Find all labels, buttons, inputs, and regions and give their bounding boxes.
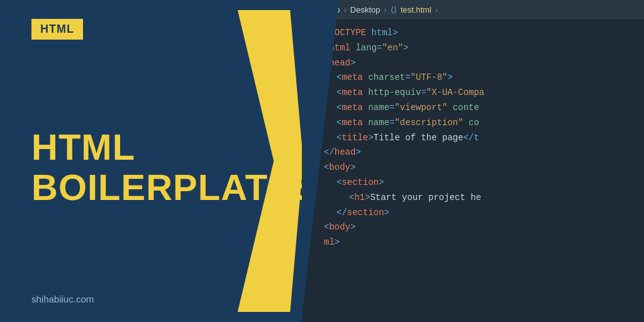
code-line-11: 11 <section> (302, 175, 644, 191)
line-num: 13 (302, 206, 324, 220)
line-content: <html lang="en"> (324, 41, 408, 56)
line-content: <body> (324, 220, 355, 235)
breadcrumb-filename: test.html (401, 5, 431, 14)
line-content: <meta name="viewport" conte (324, 101, 479, 116)
code-line-13: 13 </section> (302, 206, 644, 221)
code-line-6: 6 <meta name="viewport" conte (302, 101, 644, 116)
website-url: shihabiiuc.com (31, 294, 94, 304)
code-line-15: ml> (302, 235, 644, 250)
line-num: 6 (302, 101, 324, 115)
breadcrumb-sep2: › (384, 5, 387, 14)
line-content: <h1>Start your project he (324, 191, 481, 206)
line-content: <body> (324, 160, 355, 175)
code-line-7: 7 <meta name="description" co (302, 116, 644, 131)
code-line-4: 4 <meta charset="UTF-8"> (302, 70, 644, 86)
breadcrumb-desktop: Desktop (350, 5, 380, 14)
code-line-14: <body> (302, 220, 644, 235)
line-num: 8 (302, 131, 324, 145)
line-content: <meta name="description" co (324, 116, 479, 131)
line-content: </head> (324, 145, 361, 160)
line-content: <title>Title of the page</t (324, 131, 479, 146)
line-content: <meta http-equiv="X-UA-Compa (324, 86, 484, 101)
breadcrumb-shihab: Shihab (314, 5, 340, 14)
line-content: <meta charset="UTF-8"> (324, 70, 453, 86)
line-num: 2 (302, 42, 324, 55)
line-num: 9 (302, 146, 324, 160)
code-line-5: 5 <meta http-equiv="X-UA-Compa (302, 86, 644, 101)
line-num: 3 (302, 57, 324, 70)
code-area: !DOCTYPE html> 2 <html lang="en"> 3 <hea… (302, 19, 644, 322)
line-content: ml> (324, 235, 340, 250)
line-num: 10 (302, 161, 324, 175)
chevron-decoration (233, 0, 302, 322)
code-line-1: !DOCTYPE html> (302, 26, 644, 41)
line-num: 5 (302, 86, 324, 100)
html-badge: HTML (31, 19, 83, 40)
code-line-8: 8 <title>Title of the page</t (302, 131, 644, 146)
code-line-10: 10 <body> (302, 160, 644, 175)
line-content: !DOCTYPE html> (324, 26, 398, 41)
left-panel: HTML HTML BOILERPLATES shihabiiuc.com (0, 0, 302, 322)
right-panel: Shihab › Desktop › ⟨⟩ test.html › !DOCTY… (302, 0, 644, 322)
line-num: 4 (302, 71, 324, 85)
code-line-12: 12 <h1>Start your project he (302, 191, 644, 206)
svg-marker-0 (238, 10, 302, 312)
breadcrumb-sep3: › (435, 5, 438, 14)
breadcrumb-icon: ⟨⟩ (391, 5, 397, 14)
line-content: <head> (324, 56, 355, 71)
line-content: </section> (324, 206, 389, 221)
line-num: 12 (302, 191, 324, 205)
line-num: 7 (302, 116, 324, 130)
line-num: 11 (302, 176, 324, 190)
code-line-3: 3 <head> (302, 56, 644, 71)
code-line-2: 2 <html lang="en"> (302, 41, 644, 56)
line-content: <section> (324, 175, 384, 191)
code-line-9: 9 </head> (302, 145, 644, 160)
breadcrumb-sep1: › (343, 5, 346, 14)
breadcrumb: Shihab › Desktop › ⟨⟩ test.html › (302, 0, 644, 19)
